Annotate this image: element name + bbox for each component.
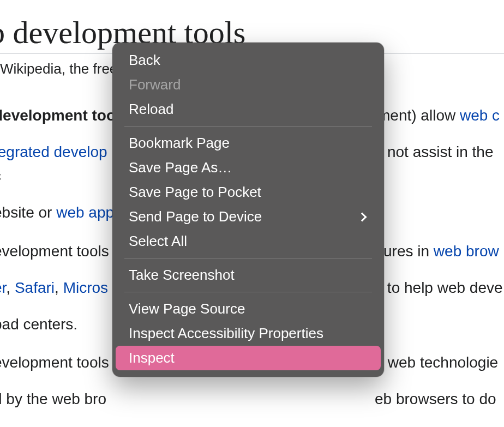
text: of web technologie xyxy=(371,354,499,371)
text: ebsite or xyxy=(0,204,56,221)
menu-label: Save Page to Pocket xyxy=(129,184,261,201)
menu-label: View Page Source xyxy=(129,300,245,317)
link-integrated-develop[interactable]: tegrated develop xyxy=(0,143,107,160)
context-menu: Back Forward Reload Bookmark Page Save P… xyxy=(112,43,384,377)
menu-item-send-to-device[interactable]: Send Page to Device xyxy=(116,205,381,229)
menu-item-reload[interactable]: Reload xyxy=(116,97,381,122)
menu-item-save-page-as[interactable]: Save Page As… xyxy=(116,155,381,180)
menu-separator xyxy=(124,292,372,292)
text: s to help web deve xyxy=(375,279,503,296)
link-microsoft[interactable]: Micros xyxy=(63,279,108,296)
link-web-browser[interactable]: web brow xyxy=(434,243,499,260)
menu-item-bookmark-page[interactable]: Bookmark Page xyxy=(116,131,381,155)
menu-label: Save Page As… xyxy=(129,159,232,176)
menu-label: Take Screenshot xyxy=(129,267,235,284)
menu-item-save-to-pocket[interactable]: Save Page to Pocket xyxy=(116,180,381,205)
menu-label: Forward xyxy=(129,76,181,93)
menu-item-inspect[interactable]: Inspect xyxy=(116,346,381,370)
link-web-app[interactable]: web app xyxy=(56,204,114,221)
menu-item-select-all[interactable]: Select All xyxy=(116,229,381,254)
bold-text: development too xyxy=(0,107,116,124)
menu-separator xyxy=(124,258,372,258)
menu-label: Send Page to Device xyxy=(129,208,262,225)
text: evelopment tools xyxy=(0,243,109,260)
menu-item-view-page-source[interactable]: View Page Source xyxy=(116,297,381,321)
text: eb browsers to do xyxy=(375,390,496,407)
menu-item-inspect-accessibility[interactable]: Inspect Accessibility Properties xyxy=(116,321,381,346)
text: , xyxy=(55,279,63,296)
menu-label: Inspect Accessibility Properties xyxy=(129,325,323,342)
text: evelopment tools xyxy=(0,354,109,371)
text: , xyxy=(6,279,15,296)
menu-item-back[interactable]: Back xyxy=(116,48,381,73)
menu-label: Inspect xyxy=(129,350,175,366)
link-web-c[interactable]: web c xyxy=(460,107,500,124)
menu-label: Back xyxy=(129,52,160,69)
menu-label: Reload xyxy=(129,101,173,118)
menu-separator xyxy=(124,126,372,127)
link-er[interactable]: er xyxy=(0,279,6,296)
menu-label: Bookmark Page xyxy=(129,135,230,152)
menu-label: Select All xyxy=(129,233,187,250)
text: ment) allow xyxy=(377,107,460,124)
menu-item-take-screenshot[interactable]: Take Screenshot xyxy=(116,263,381,287)
link-safari[interactable]: Safari xyxy=(15,279,55,296)
text: d by the web bro xyxy=(0,390,106,407)
paragraph: pers.[3] xyxy=(0,424,504,427)
menu-item-forward: Forward xyxy=(116,73,381,97)
text: pad centers. xyxy=(0,316,77,333)
paragraph: d by the web broeb browsers to do xyxy=(0,387,504,412)
chevron-right-icon xyxy=(358,212,367,221)
